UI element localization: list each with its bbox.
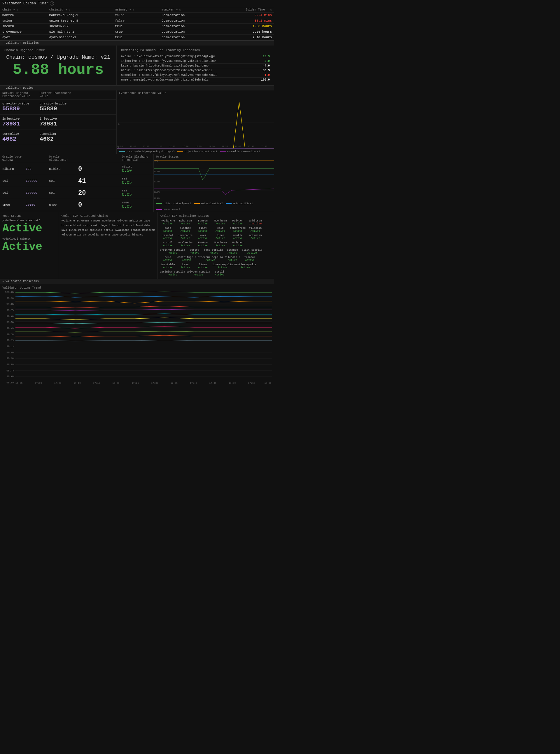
- oracle-miss-chain: nibiru: [49, 167, 78, 171]
- maintainer-item: mantle-sepolia Active: [234, 263, 256, 269]
- maintainer-status: Inactive: [247, 223, 263, 225]
- maintainer-name: immutable: [177, 234, 193, 237]
- col-golden-time[interactable]: Golden Time ↕ ⊞: [214, 7, 274, 13]
- chain-item: centrifuge: [91, 224, 107, 227]
- maintainer-status: Active: [212, 237, 228, 240]
- maintainer-name: centrifuge: [230, 227, 246, 230]
- maintainer-name: centrifuge-2: [177, 256, 196, 259]
- page-title-bar: Validator Golden Timer ℹ: [0, 0, 274, 7]
- maintainer-status: Active: [234, 266, 256, 269]
- golden-time-cell: 2.05 hours: [214, 29, 274, 35]
- yoda-item-2: yoda/laozi-mainnet Active: [2, 237, 56, 253]
- oracle-miss-chain: sei: [49, 179, 78, 183]
- section-validator-consensus: Validator Consensus: [0, 279, 274, 284]
- maintainer-item: linea Active: [212, 234, 228, 240]
- info-icon[interactable]: ℹ: [50, 1, 54, 5]
- maintainer-status: Active: [212, 266, 233, 269]
- mainnet-cell: true: [113, 24, 159, 29]
- oracle-slash: sei 0.05: [122, 177, 151, 185]
- oracle-section: Oracle Vote Window Oracle MissCounter Or…: [0, 154, 274, 212]
- chain-cell: provenance: [0, 29, 47, 35]
- table-row: dydx dydx-mainnet-1 true Cosmostation 2.…: [0, 35, 274, 40]
- maintainer-item: Avalanche Active: [160, 219, 176, 225]
- maintainer-item: optimism-sepolia Active: [160, 270, 185, 276]
- maintainer-name: filecoin: [247, 227, 263, 230]
- uptime-chart-container: 100.0%99.9%99.8%99.7%99.6%99.5%99.4%99.3…: [2, 291, 272, 385]
- maintainer-name: binance: [224, 249, 240, 252]
- rb-row: axelar : axelar146kdz9stlycvacm03hg0t5fx…: [121, 54, 270, 59]
- maintainer-item: centrifuge-2 Active: [177, 256, 196, 262]
- oracle-left: Oracle Vote Window Oracle MissCounter Or…: [0, 154, 154, 212]
- chain-item: scroll: [104, 229, 113, 232]
- yoda-item-1: yoda/band-laozi-testnet6 Active: [2, 219, 56, 235]
- maintainer-item: arbitrum Inactive: [247, 219, 263, 225]
- chain-item: aurora: [100, 233, 110, 236]
- maintainer-status: Active: [195, 223, 211, 225]
- maintainer-item: Moonbeam Active: [212, 219, 228, 225]
- duties-current: sommelier 4682: [40, 132, 77, 142]
- axelar-activated-title: Axelar EVM Activated Chains: [61, 214, 155, 218]
- col-moniker[interactable]: moniker ▼ ⊞: [159, 7, 214, 13]
- oracle-slash-chain: umee: [122, 201, 129, 204]
- chain-item: Polygon: [61, 233, 72, 236]
- oracle-chain: sei: [2, 179, 26, 183]
- mainnet-cell: false: [113, 13, 159, 18]
- duties-right: Eventnonce Difference Value 2 1 0 16:55 …: [117, 91, 274, 154]
- maintainer-name: ethereum-sepolia: [198, 256, 223, 259]
- upgrade-time: 5.88 hours: [4, 62, 112, 78]
- maintainer-name: Fantom: [195, 219, 211, 223]
- y-label: 99.2%: [2, 339, 16, 342]
- oracle-row: nibiru 120 nibiru 0 nibiru 0.50: [0, 163, 154, 175]
- y-label: 99.5%: [2, 321, 16, 324]
- col-chain-id[interactable]: chain_id ▼ ⊞: [47, 7, 113, 13]
- oracle-legend-item: sei-pacific-1: [226, 202, 253, 205]
- chain-cell: mantra: [0, 13, 47, 18]
- svg-text:16:55: 16:55: [16, 382, 23, 384]
- golden-time-cell: 29.4 mins: [214, 13, 274, 18]
- col-chain[interactable]: chain ▼ ⊞: [0, 7, 47, 13]
- chain-item: base: [143, 219, 150, 223]
- y-label: 98.6%: [2, 375, 16, 378]
- oracle-slash-val: 0.50: [122, 168, 151, 173]
- legend-item: gravity-bridge-gravity-bridge-3: [119, 150, 175, 153]
- duties-chain: sommelier 4682: [2, 132, 40, 142]
- yoda-name-1: yoda/band-laozi-testnet6: [2, 219, 56, 222]
- maintainer-item: Ethereum Active: [177, 219, 193, 225]
- maintainer-status: Active: [160, 223, 176, 225]
- maintainer-name: arbitrum-sepolia: [160, 249, 185, 252]
- maintainer-item: ethereum-sepolia Active: [198, 256, 223, 262]
- legend-item: sommelier-sommelier-3: [220, 150, 260, 153]
- maintainer-name: immutable: [160, 263, 176, 266]
- svg-text:99.96%: 99.96%: [154, 197, 160, 199]
- chain-item: arbitrum: [129, 219, 142, 223]
- svg-text:17:55: 17:55: [248, 382, 255, 384]
- maintainer-status: Active: [242, 252, 262, 254]
- maintainer-status: Active: [195, 230, 211, 233]
- uptime-title: Validator Uptime Trend: [2, 286, 272, 289]
- maintainer-item: Moonbeam Active: [212, 241, 228, 247]
- maintainer-item: scroll Active: [212, 270, 227, 276]
- oracle-miss-val: 20: [78, 189, 122, 197]
- maintainer-status: Active: [177, 223, 193, 225]
- maintainer-name: linea: [195, 263, 211, 266]
- upgrade-chain: Chain: cosmos / Upgrade Name: v21: [4, 54, 112, 60]
- maintainer-status: Active: [177, 259, 196, 262]
- col-mainnet[interactable]: mainnet ▼ ⊞: [113, 7, 159, 13]
- svg-text:17:40: 17:40: [190, 382, 197, 384]
- rb-title: Remaining Balances For Tracking Addresse…: [121, 49, 270, 52]
- maintainer-name: Moonbeam: [212, 219, 228, 223]
- yoda-active-1: Active: [2, 222, 56, 235]
- axelar-maintainer: Axelar EVM Maintainer Status Avalanche A…: [158, 212, 274, 279]
- duties-section: Network Highest Eventnonce Value Current…: [0, 91, 274, 154]
- rb-row: nibiru : nibi14zc23q3qcewscy7wnt3s95h32c…: [121, 68, 270, 73]
- chain-id-cell: pio-mainnet-1: [47, 29, 113, 35]
- upgrade-label: Onchain Upgrade Timer: [4, 49, 112, 52]
- svg-text:1: 1: [118, 122, 120, 125]
- y-label: 99.8%: [2, 303, 16, 306]
- maintainer-name: Avalanche: [177, 241, 193, 244]
- oracle-chain: nibiru: [2, 167, 26, 171]
- maintainer-status: Active: [204, 252, 223, 254]
- svg-text:100%: 100%: [154, 160, 158, 162]
- maintainer-item: celo Active: [160, 256, 176, 262]
- maintainer-name: celo: [212, 227, 228, 230]
